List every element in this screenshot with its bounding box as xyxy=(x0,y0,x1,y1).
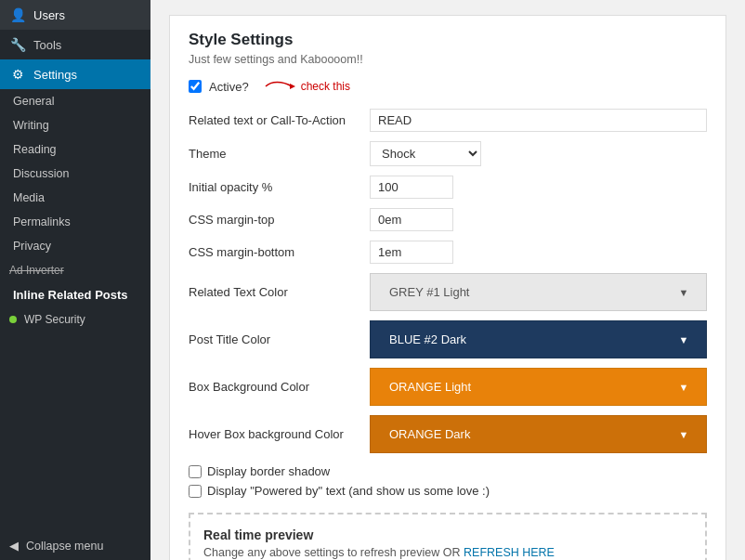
margin-top-input[interactable] xyxy=(370,208,453,231)
sidebar-sub-item-general[interactable]: General xyxy=(0,89,150,113)
related-text-control xyxy=(370,109,707,132)
main-content: Style Settings Just few settings and Kab… xyxy=(150,0,745,560)
post-title-color-value: BLUE #2 Dark xyxy=(380,327,671,352)
theme-label: Theme xyxy=(189,147,370,161)
margin-bottom-label: CSS margin-bottom xyxy=(189,245,370,259)
box-bg-color-value: ORANGE Light xyxy=(380,374,671,399)
post-title-color-row: Post Title Color BLUE #2 Dark ▼ xyxy=(189,320,707,358)
margin-bottom-row: CSS margin-bottom xyxy=(189,241,707,264)
preview-section: Real time preview Change any above setti… xyxy=(189,513,707,560)
hover-box-bg-color-label: Hover Box background Color xyxy=(189,427,370,441)
theme-row: Theme Shock Classic Modern xyxy=(189,141,707,166)
users-icon: 👤 xyxy=(9,7,26,22)
sidebar-item-users-label: Users xyxy=(33,8,65,22)
sidebar-sub-item-discussion[interactable]: Discussion xyxy=(0,162,150,186)
theme-select[interactable]: Shock Classic Modern xyxy=(370,141,481,166)
hover-box-bg-color-value: ORANGE Dark xyxy=(380,422,671,447)
settings-icon: ⚙ xyxy=(9,67,26,82)
sidebar-sub-item-discussion-label: Discussion xyxy=(13,167,69,180)
related-text-color-select[interactable]: GREY #1 Light ▼ xyxy=(370,273,707,311)
opacity-input[interactable] xyxy=(370,176,453,199)
theme-control: Shock Classic Modern xyxy=(370,141,707,166)
box-bg-color-select[interactable]: ORANGE Light ▼ xyxy=(370,368,707,406)
border-shadow-row: Display border shadow xyxy=(189,464,707,478)
related-text-color-chevron[interactable]: ▼ xyxy=(671,280,697,305)
powered-by-checkbox[interactable] xyxy=(189,485,202,498)
preview-subtitle-text: Change any above settings to refresh pre… xyxy=(203,546,464,559)
sidebar-sub-item-privacy-label: Privacy xyxy=(13,240,51,253)
powered-by-row: Display "Powered by" text (and show us s… xyxy=(189,484,707,498)
margin-bottom-input[interactable] xyxy=(370,241,453,264)
sidebar-item-tools[interactable]: 🔧 Tools xyxy=(0,30,150,59)
hover-box-bg-color-control: ORANGE Dark ▼ xyxy=(370,415,707,453)
panel-title: Style Settings xyxy=(189,31,707,49)
powered-by-label: Display "Powered by" text (and show us s… xyxy=(207,484,490,498)
sidebar-sub-item-writing[interactable]: Writing xyxy=(0,113,150,137)
margin-top-row: CSS margin-top xyxy=(189,208,707,231)
sidebar-item-settings-label: Settings xyxy=(33,68,77,82)
related-text-input[interactable] xyxy=(370,109,707,132)
sidebar-inline-related-posts[interactable]: Inline Related Posts xyxy=(0,282,150,307)
post-title-color-control: BLUE #2 Dark ▼ xyxy=(370,320,707,358)
panel-subtitle: Just few settings and Kaboooom!! xyxy=(189,53,707,66)
margin-bottom-control xyxy=(370,241,707,264)
sidebar-ad-inverter[interactable]: Ad Inverter xyxy=(0,258,150,282)
sidebar-sub-item-reading-label: Reading xyxy=(13,143,57,156)
preview-title: Real time preview xyxy=(203,527,692,542)
sidebar-sub-item-writing-label: Writing xyxy=(13,119,49,132)
related-text-color-row: Related Text Color GREY #1 Light ▼ xyxy=(189,273,707,311)
sidebar-sub-item-reading[interactable]: Reading xyxy=(0,137,150,162)
active-checkbox[interactable] xyxy=(189,80,202,93)
hover-box-bg-color-row: Hover Box background Color ORANGE Dark ▼ xyxy=(189,415,707,453)
sidebar: 👤 Users 🔧 Tools ⚙ Settings General Writi… xyxy=(0,0,150,560)
related-text-row: Related text or Call-To-Action xyxy=(189,109,707,132)
tools-icon: 🔧 xyxy=(9,37,26,52)
active-row: Active? check this xyxy=(189,79,707,94)
sidebar-sub-item-privacy[interactable]: Privacy xyxy=(0,234,150,258)
margin-top-control xyxy=(370,208,707,231)
box-bg-color-chevron[interactable]: ▼ xyxy=(671,374,697,399)
sidebar-inline-related-posts-label: Inline Related Posts xyxy=(13,288,128,302)
margin-top-label: CSS margin-top xyxy=(189,213,370,227)
border-shadow-checkbox[interactable] xyxy=(189,465,202,478)
border-shadow-label: Display border shadow xyxy=(207,464,330,478)
sidebar-sub-item-general-label: General xyxy=(13,95,54,108)
check-this-text: check this xyxy=(301,80,350,93)
check-this-arrow-svg xyxy=(264,79,297,94)
preview-subtitle: Change any above settings to refresh pre… xyxy=(203,546,692,559)
box-bg-color-control: ORANGE Light ▼ xyxy=(370,368,707,406)
related-text-color-value: GREY #1 Light xyxy=(380,280,671,305)
opacity-control xyxy=(370,176,707,199)
related-text-color-control: GREY #1 Light ▼ xyxy=(370,273,707,311)
sidebar-sub-item-permalinks-label: Permalinks xyxy=(13,215,71,228)
box-bg-color-row: Box Background Color ORANGE Light ▼ xyxy=(189,368,707,406)
refresh-link[interactable]: REFRESH HERE xyxy=(464,546,555,559)
opacity-row: Initial opacity % xyxy=(189,176,707,199)
sidebar-sub-item-media-label: Media xyxy=(13,191,45,204)
collapse-menu-label: Collapse menu xyxy=(26,540,103,553)
active-label: Active? xyxy=(209,80,249,94)
collapse-menu[interactable]: ◀ Collapse menu xyxy=(0,531,150,560)
sidebar-item-tools-label: Tools xyxy=(33,38,61,52)
check-this-annotation: check this xyxy=(264,79,350,94)
hover-box-bg-color-select[interactable]: ORANGE Dark ▼ xyxy=(370,415,707,453)
sidebar-item-settings[interactable]: ⚙ Settings xyxy=(0,59,150,89)
related-text-color-label: Related Text Color xyxy=(189,285,370,299)
checkboxes-section: Display border shadow Display "Powered b… xyxy=(189,464,707,498)
sidebar-sub-item-permalinks[interactable]: Permalinks xyxy=(0,210,150,234)
box-bg-color-label: Box Background Color xyxy=(189,380,370,394)
post-title-color-select[interactable]: BLUE #2 Dark ▼ xyxy=(370,320,707,358)
hover-box-bg-color-chevron[interactable]: ▼ xyxy=(671,422,697,447)
sidebar-wp-security-label: WP Security xyxy=(24,313,85,326)
post-title-color-label: Post Title Color xyxy=(189,332,370,346)
wp-security-dot xyxy=(9,316,17,323)
related-text-label: Related text or Call-To-Action xyxy=(189,113,370,127)
opacity-label: Initial opacity % xyxy=(189,180,370,194)
sidebar-item-users[interactable]: 👤 Users xyxy=(0,0,150,30)
sidebar-wp-security[interactable]: WP Security xyxy=(0,307,150,332)
collapse-menu-icon: ◀ xyxy=(9,539,19,553)
svg-marker-0 xyxy=(290,84,295,89)
post-title-color-chevron[interactable]: ▼ xyxy=(671,327,697,352)
sidebar-sub-item-media[interactable]: Media xyxy=(0,186,150,210)
style-settings-panel: Style Settings Just few settings and Kab… xyxy=(169,15,726,560)
